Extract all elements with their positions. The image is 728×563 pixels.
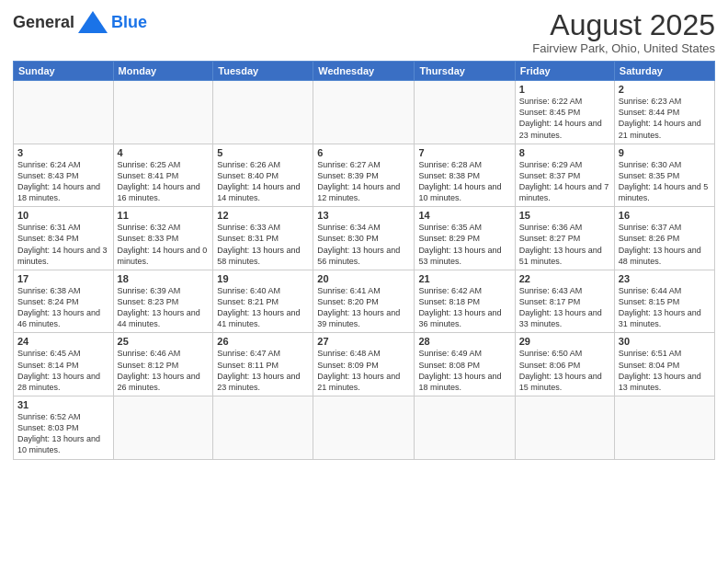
day-info: Sunrise: 6:30 AM Sunset: 8:35 PM Dayligh…	[619, 159, 711, 204]
day-number: 16	[619, 210, 711, 221]
table-row	[614, 396, 714, 460]
day-info: Sunrise: 6:27 AM Sunset: 8:39 PM Dayligh…	[317, 159, 410, 204]
day-info: Sunrise: 6:52 AM Sunset: 8:03 PM Dayligh…	[17, 411, 109, 456]
day-number: 23	[619, 273, 711, 284]
table-row	[14, 81, 114, 144]
table-row: 12Sunrise: 6:33 AM Sunset: 8:31 PM Dayli…	[213, 207, 313, 270]
page: General Blue August 2025 Fairview Park, …	[0, 0, 728, 563]
day-info: Sunrise: 6:44 AM Sunset: 8:15 PM Dayligh…	[619, 285, 711, 330]
day-number: 17	[17, 273, 109, 284]
day-number: 31	[17, 399, 109, 410]
day-info: Sunrise: 6:28 AM Sunset: 8:38 PM Dayligh…	[418, 159, 510, 204]
table-row	[415, 81, 515, 144]
day-info: Sunrise: 6:31 AM Sunset: 8:34 PM Dayligh…	[17, 222, 109, 267]
col-sunday: Sunday	[14, 62, 114, 81]
day-number: 26	[217, 336, 309, 347]
table-row: 22Sunrise: 6:43 AM Sunset: 8:17 PM Dayli…	[515, 270, 614, 333]
table-row: 29Sunrise: 6:50 AM Sunset: 8:06 PM Dayli…	[515, 333, 614, 396]
table-row: 21Sunrise: 6:42 AM Sunset: 8:18 PM Dayli…	[415, 270, 515, 333]
day-info: Sunrise: 6:25 AM Sunset: 8:41 PM Dayligh…	[118, 159, 210, 204]
day-info: Sunrise: 6:24 AM Sunset: 8:43 PM Dayligh…	[17, 159, 109, 204]
table-row	[213, 81, 313, 144]
day-number: 13	[317, 210, 410, 221]
day-number: 6	[317, 147, 410, 158]
day-number: 25	[118, 336, 210, 347]
table-row: 5Sunrise: 6:26 AM Sunset: 8:40 PM Daylig…	[213, 144, 313, 207]
title-area: August 2025 Fairview Park, Ohio, United …	[532, 9, 715, 55]
table-row: 16Sunrise: 6:37 AM Sunset: 8:26 PM Dayli…	[614, 207, 714, 270]
table-row: 19Sunrise: 6:40 AM Sunset: 8:21 PM Dayli…	[213, 270, 313, 333]
location: Fairview Park, Ohio, United States	[532, 41, 715, 55]
table-row	[313, 81, 415, 144]
day-info: Sunrise: 6:51 AM Sunset: 8:04 PM Dayligh…	[619, 348, 711, 393]
day-info: Sunrise: 6:36 AM Sunset: 8:27 PM Dayligh…	[519, 222, 610, 267]
calendar: Sunday Monday Tuesday Wednesday Thursday…	[13, 61, 715, 459]
day-number: 5	[217, 147, 309, 158]
day-info: Sunrise: 6:49 AM Sunset: 8:08 PM Dayligh…	[418, 348, 510, 393]
day-info: Sunrise: 6:23 AM Sunset: 8:44 PM Dayligh…	[619, 96, 711, 141]
table-row: 23Sunrise: 6:44 AM Sunset: 8:15 PM Dayli…	[614, 270, 714, 333]
table-row	[113, 81, 213, 144]
day-info: Sunrise: 6:22 AM Sunset: 8:45 PM Dayligh…	[519, 96, 610, 141]
day-number: 30	[619, 336, 711, 347]
day-info: Sunrise: 6:35 AM Sunset: 8:29 PM Dayligh…	[418, 222, 510, 267]
table-row: 9Sunrise: 6:30 AM Sunset: 8:35 PM Daylig…	[614, 144, 714, 207]
col-monday: Monday	[113, 62, 213, 81]
day-info: Sunrise: 6:38 AM Sunset: 8:24 PM Dayligh…	[17, 285, 109, 330]
col-thursday: Thursday	[415, 62, 515, 81]
day-number: 27	[317, 336, 410, 347]
table-row: 11Sunrise: 6:32 AM Sunset: 8:33 PM Dayli…	[113, 207, 213, 270]
table-row: 2Sunrise: 6:23 AM Sunset: 8:44 PM Daylig…	[614, 81, 714, 144]
day-number: 20	[317, 273, 410, 284]
col-tuesday: Tuesday	[213, 62, 313, 81]
day-number: 4	[118, 147, 210, 158]
table-row: 27Sunrise: 6:48 AM Sunset: 8:09 PM Dayli…	[313, 333, 415, 396]
svg-marker-0	[78, 11, 108, 33]
table-row: 25Sunrise: 6:46 AM Sunset: 8:12 PM Dayli…	[113, 333, 213, 396]
day-info: Sunrise: 6:33 AM Sunset: 8:31 PM Dayligh…	[217, 222, 309, 267]
table-row	[415, 396, 515, 460]
month-title: August 2025	[532, 9, 715, 41]
day-number: 11	[118, 210, 210, 221]
day-number: 21	[418, 273, 510, 284]
table-row: 20Sunrise: 6:41 AM Sunset: 8:20 PM Dayli…	[313, 270, 415, 333]
table-row: 6Sunrise: 6:27 AM Sunset: 8:39 PM Daylig…	[313, 144, 415, 207]
day-number: 22	[519, 273, 610, 284]
day-number: 29	[519, 336, 610, 347]
day-number: 1	[519, 84, 610, 95]
table-row: 26Sunrise: 6:47 AM Sunset: 8:11 PM Dayli…	[213, 333, 313, 396]
table-row: 15Sunrise: 6:36 AM Sunset: 8:27 PM Dayli…	[515, 207, 614, 270]
day-info: Sunrise: 6:32 AM Sunset: 8:33 PM Dayligh…	[118, 222, 210, 267]
day-info: Sunrise: 6:46 AM Sunset: 8:12 PM Dayligh…	[118, 348, 210, 393]
col-saturday: Saturday	[614, 62, 714, 81]
day-number: 24	[17, 336, 109, 347]
logo-icon	[76, 9, 109, 35]
day-number: 14	[418, 210, 510, 221]
header: General Blue August 2025 Fairview Park, …	[13, 9, 715, 55]
table-row: 1Sunrise: 6:22 AM Sunset: 8:45 PM Daylig…	[515, 81, 614, 144]
day-info: Sunrise: 6:43 AM Sunset: 8:17 PM Dayligh…	[519, 285, 610, 330]
day-info: Sunrise: 6:39 AM Sunset: 8:23 PM Dayligh…	[118, 285, 210, 330]
day-info: Sunrise: 6:40 AM Sunset: 8:21 PM Dayligh…	[217, 285, 309, 330]
table-row: 4Sunrise: 6:25 AM Sunset: 8:41 PM Daylig…	[113, 144, 213, 207]
table-row: 28Sunrise: 6:49 AM Sunset: 8:08 PM Dayli…	[415, 333, 515, 396]
day-number: 19	[217, 273, 309, 284]
day-info: Sunrise: 6:50 AM Sunset: 8:06 PM Dayligh…	[519, 348, 610, 393]
logo-blue-text: Blue	[111, 13, 147, 32]
day-info: Sunrise: 6:41 AM Sunset: 8:20 PM Dayligh…	[317, 285, 410, 330]
day-number: 10	[17, 210, 109, 221]
table-row: 18Sunrise: 6:39 AM Sunset: 8:23 PM Dayli…	[113, 270, 213, 333]
day-number: 15	[519, 210, 610, 221]
table-row: 10Sunrise: 6:31 AM Sunset: 8:34 PM Dayli…	[14, 207, 114, 270]
col-friday: Friday	[515, 62, 614, 81]
col-wednesday: Wednesday	[313, 62, 415, 81]
logo-area: General Blue	[13, 9, 147, 35]
day-number: 28	[418, 336, 510, 347]
table-row: 8Sunrise: 6:29 AM Sunset: 8:37 PM Daylig…	[515, 144, 614, 207]
day-info: Sunrise: 6:47 AM Sunset: 8:11 PM Dayligh…	[217, 348, 309, 393]
logo: General Blue	[13, 9, 147, 35]
table-row: 30Sunrise: 6:51 AM Sunset: 8:04 PM Dayli…	[614, 333, 714, 396]
table-row: 24Sunrise: 6:45 AM Sunset: 8:14 PM Dayli…	[14, 333, 114, 396]
table-row: 7Sunrise: 6:28 AM Sunset: 8:38 PM Daylig…	[415, 144, 515, 207]
day-info: Sunrise: 6:34 AM Sunset: 8:30 PM Dayligh…	[317, 222, 410, 267]
